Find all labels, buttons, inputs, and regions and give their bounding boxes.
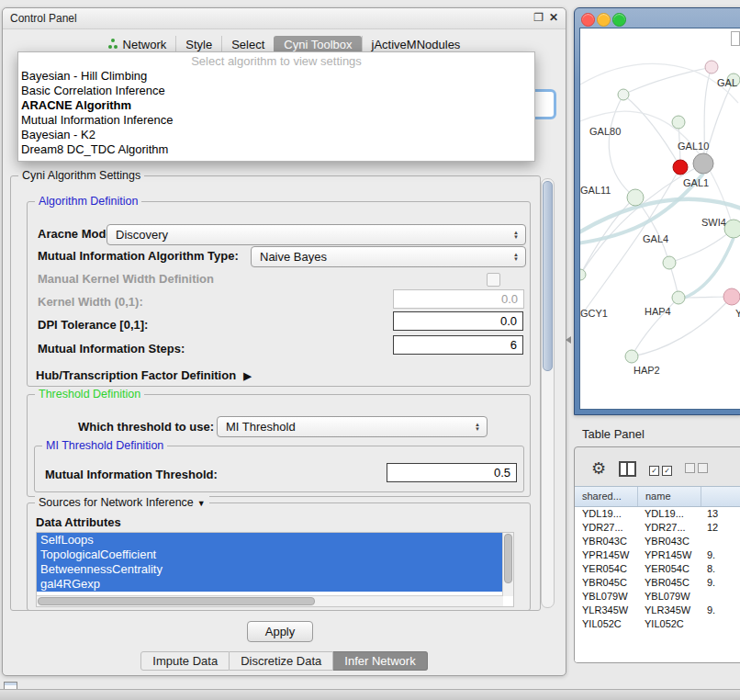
restore-icon[interactable]: ❐ — [533, 11, 544, 24]
sources-group-title[interactable]: Sources for Network Inference▼ — [35, 496, 209, 509]
list-horizontal-scrollbar-thumb[interactable] — [38, 597, 315, 605]
bottom-tab-discretize-data[interactable]: Discretize Data — [230, 651, 333, 671]
list-vertical-scrollbar[interactable] — [502, 533, 513, 596]
apply-button[interactable]: Apply — [247, 621, 313, 642]
network-scrollbar-stub[interactable] — [731, 31, 740, 46]
manual-kernel-checkbox[interactable] — [487, 273, 500, 287]
network-edge[interactable] — [623, 95, 680, 167]
table-cell: YBR043C — [637, 535, 700, 548]
which-threshold-value: MI Threshold — [218, 420, 471, 434]
settings-scrollbar[interactable] — [541, 178, 555, 608]
algorithm-option[interactable]: Bayesian - Hill Climbing — [18, 69, 534, 84]
network-node[interactable] — [724, 220, 740, 238]
close-icon[interactable]: ✕ — [549, 11, 558, 24]
algorithm-dropdown-placeholder[interactable]: Select algorithm to view settings — [18, 53, 534, 69]
zoom-traffic-light[interactable] — [612, 13, 626, 27]
table-cell: YDL19... — [637, 507, 700, 521]
data-attributes-items: SelfLoopsTopologicalCoefficientBetweenne… — [37, 533, 513, 592]
algorithm-option[interactable]: Dream8 DC_TDC Algorithm — [18, 142, 534, 157]
table-row[interactable]: YBL079WYBL079W — [575, 590, 740, 604]
expand-right-icon: ▶ — [243, 370, 251, 381]
network-node[interactable] — [672, 291, 685, 304]
cyni-settings-group-title: Cyni Algorithm Settings — [18, 169, 144, 182]
table-row[interactable]: YLR345WYLR345W9. — [575, 604, 740, 617]
mi-threshold-group-title: MI Threshold Definition — [42, 439, 167, 452]
attribute-item[interactable]: TopologicalCoefficient — [37, 548, 503, 562]
table-cell: YER054C — [575, 562, 637, 576]
table-row[interactable]: YBR045CYBR045C9. — [575, 576, 740, 590]
aracne-mode-select[interactable]: Discovery ▲▼ — [107, 224, 526, 245]
network-edge[interactable] — [609, 95, 635, 198]
table-cell: 9. — [700, 576, 740, 590]
mi-steps-field[interactable] — [393, 335, 523, 355]
attribute-item[interactable]: BetweennessCentrality — [37, 562, 503, 577]
deselect-all-columns-icon[interactable] — [685, 460, 708, 477]
network-node[interactable] — [663, 256, 676, 269]
mi-type-select[interactable]: Naive Bayes ▲▼ — [251, 246, 526, 267]
table-column-header[interactable]: name — [638, 487, 701, 506]
algorithm-option[interactable]: Basic Correlation Inference — [18, 84, 534, 98]
table-column-header[interactable] — [701, 487, 740, 506]
attribute-item[interactable]: SelfLoops — [37, 533, 503, 548]
algorithm-dropdown-list: Bayesian - Hill ClimbingBasic Correlatio… — [18, 69, 534, 157]
settings-scrollbar-thumb[interactable] — [543, 181, 553, 371]
network-node[interactable] — [625, 350, 638, 363]
network-node-label: GAL11 — [580, 185, 611, 196]
network-node[interactable] — [618, 89, 629, 100]
table-cell: YDR27... — [575, 521, 637, 535]
table-row[interactable]: YDR27...YDR27...12 — [575, 521, 740, 535]
kernel-width-field[interactable] — [393, 289, 524, 309]
list-vertical-scrollbar-thumb[interactable] — [504, 534, 512, 583]
panel-collapse-arrow[interactable] — [566, 336, 571, 344]
gear-icon[interactable]: ⚙ — [591, 460, 606, 477]
control-panel-titlebar[interactable]: Control Panel ❐ ✕ — [3, 8, 566, 29]
table-toolbar: ⚙ ✓✓ — [575, 447, 740, 486]
network-canvas[interactable]: GALGAL80GAL10GAL11GAL1SWI4GAL4GCY1HAP4HA… — [579, 28, 740, 410]
table-cell: 9. — [700, 604, 740, 617]
network-node[interactable] — [723, 288, 740, 305]
hub-definition-expander[interactable]: Hub/Transcription Factor Definition▶ — [36, 368, 252, 382]
bottom-tab-impute-data[interactable]: Impute Data — [140, 651, 230, 671]
table-cell: YLR345W — [575, 604, 637, 617]
table-cell: YBR043C — [575, 535, 637, 548]
network-edge[interactable] — [685, 238, 734, 298]
table-row[interactable]: YIL052CYIL052C — [575, 617, 740, 631]
network-node[interactable] — [705, 61, 718, 73]
mi-type-value: Naive Bayes — [252, 250, 510, 264]
network-edge[interactable] — [623, 67, 712, 95]
algorithm-definition-title: Algorithm Definition — [35, 195, 141, 208]
algorithm-option[interactable]: ARACNE Algorithm — [18, 98, 534, 113]
bottom-tab-infer-network[interactable]: Infer Network — [333, 651, 427, 671]
select-all-columns-icon[interactable]: ✓✓ — [649, 460, 672, 477]
network-node[interactable] — [693, 153, 713, 174]
network-node[interactable] — [673, 160, 688, 175]
list-horizontal-scrollbar[interactable] — [37, 595, 503, 606]
table-row[interactable]: YDL19...YDL19...13 — [575, 507, 740, 521]
table-cell — [700, 617, 740, 631]
mi-threshold-field[interactable] — [387, 463, 517, 482]
table-panel-window: ⚙ ✓✓ shared...name YDL19...YDL19...13YDR… — [574, 446, 740, 663]
table-cell — [700, 535, 740, 548]
table-cell: YDR27... — [637, 521, 700, 535]
minimize-traffic-light[interactable] — [597, 13, 611, 27]
network-node[interactable] — [580, 269, 586, 280]
attribute-item[interactable]: gal4RGexp — [37, 577, 503, 592]
algorithm-option[interactable]: Mutual Information Inference — [18, 113, 534, 128]
network-canvas-svg: GALGAL80GAL10GAL11GAL1SWI4GAL4GCY1HAP4HA… — [580, 28, 740, 409]
table-row[interactable]: YPR145WYPR145W9. — [575, 548, 740, 562]
which-threshold-select[interactable]: MI Threshold ▲▼ — [217, 416, 488, 437]
table-cell — [700, 590, 740, 604]
network-node[interactable] — [627, 189, 644, 206]
table-row[interactable]: YBR043CYBR043C — [575, 535, 740, 548]
columns-icon[interactable] — [619, 461, 636, 477]
table-row[interactable]: YER054CYER054C8. — [575, 562, 740, 576]
table-column-header[interactable]: shared... — [575, 487, 638, 506]
network-node[interactable] — [672, 116, 685, 129]
dpi-tolerance-field[interactable] — [393, 311, 523, 331]
table-cell: YBR045C — [637, 576, 700, 590]
algorithm-option[interactable]: Bayesian - K2 — [18, 128, 534, 142]
status-bar — [0, 689, 740, 700]
close-traffic-light[interactable] — [581, 13, 595, 27]
table-cell: YPR145W — [637, 548, 700, 562]
table-cell: YBL079W — [637, 590, 700, 604]
